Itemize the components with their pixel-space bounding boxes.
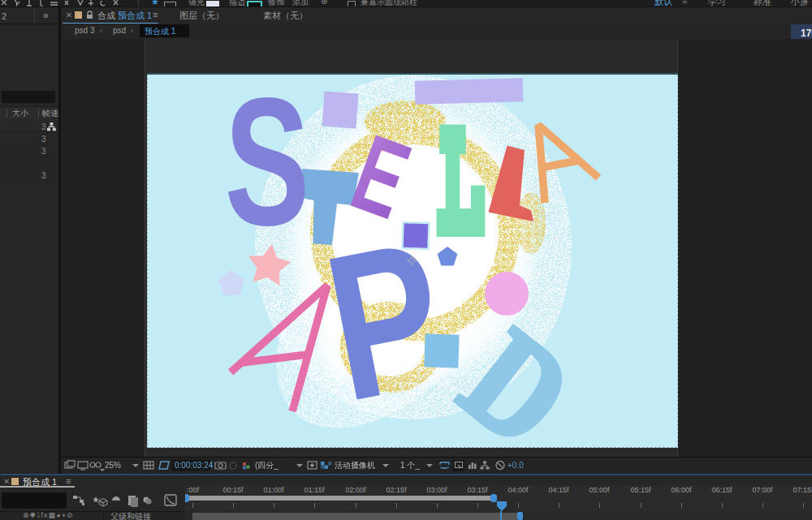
- svg-text:(四分_: (四分_: [255, 461, 279, 470]
- svg-text:25%: 25%: [105, 461, 121, 470]
- svg-text:S: S: [224, 73, 309, 264]
- svg-text:活动摄像机: 活动摄像机: [335, 461, 375, 470]
- svg-text:0:00:03:24: 0:00:03:24: [175, 461, 214, 470]
- svg-text:1 个_: 1 个_: [400, 461, 420, 470]
- svg-text:+0.0: +0.0: [508, 461, 524, 470]
